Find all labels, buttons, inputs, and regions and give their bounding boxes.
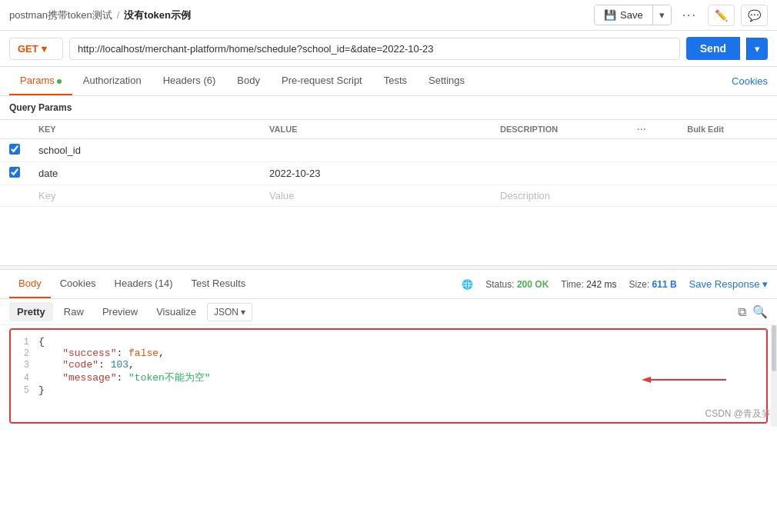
row2-desc[interactable] (491, 162, 628, 185)
response-format-bar: Pretty Raw Preview Visualize JSON ▾ ⧉ 🔍 (0, 299, 777, 325)
search-response-button[interactable]: 🔍 (752, 304, 768, 319)
breadcrumb: postman携带token测试 / 没有token示例 (9, 8, 191, 22)
tab-pre-request-script[interactable]: Pre-request Script (271, 67, 373, 95)
tab-headers[interactable]: Headers (6) (152, 67, 227, 95)
response-tab-headers[interactable]: Headers (14) (105, 270, 182, 298)
fmt-tab-preview[interactable]: Preview (95, 302, 145, 321)
top-bar: postman携带token测试 / 没有token示例 💾 Save ▾ ··… (0, 0, 777, 31)
response-status: 🌐 Status: 200 OK Time: 242 ms Size: 611 … (462, 278, 768, 290)
tab-settings[interactable]: Settings (418, 67, 475, 95)
params-table: KEY VALUE DESCRIPTION ··· Bulk Edit scho… (0, 119, 777, 207)
fmt-tab-visualize[interactable]: Visualize (148, 302, 204, 321)
request-tabs-bar: Params Authorization Headers (6) Body Pr… (0, 67, 777, 96)
save-label: Save (620, 9, 643, 21)
line-num-5: 5 (11, 385, 38, 396)
table-row: date 2022-10-23 (0, 162, 777, 185)
save-button[interactable]: 💾 Save (595, 5, 652, 25)
url-input[interactable] (69, 38, 680, 60)
save-button-group: 💾 Save ▾ (594, 5, 672, 25)
row1-extra (678, 139, 777, 162)
size-label: Size: 611 B (629, 279, 677, 290)
format-chevron-icon: ▾ (241, 307, 245, 318)
row1-more (628, 139, 678, 162)
globe-icon: 🌐 (462, 279, 473, 290)
code-line-1: 1 { (11, 336, 766, 347)
copy-response-button[interactable]: ⧉ (738, 304, 746, 319)
th-check (0, 120, 29, 139)
save-icon: 💾 (604, 9, 616, 21)
save-response-button[interactable]: Save Response ▾ (689, 278, 768, 290)
response-section: Body Cookies Headers (14) Test Results 🌐… (0, 270, 777, 427)
top-bar-actions: 💾 Save ▾ ··· ✏️ 💬 (594, 5, 768, 26)
placeholder-more (628, 185, 678, 207)
row2-key[interactable]: date (29, 162, 260, 185)
tab-cookies[interactable]: Cookies (721, 68, 768, 95)
breadcrumb-parent[interactable]: postman携带token测试 (9, 8, 112, 22)
format-bar-actions: ⧉ 🔍 (738, 304, 768, 319)
response-code: 1 { 2 "success": false, 3 "code": 103, (11, 330, 766, 422)
placeholder-key[interactable]: Key (29, 185, 260, 207)
row1-value[interactable] (260, 139, 491, 162)
url-bar: GET ▾ Send ▾ (0, 31, 777, 67)
th-more: ··· (628, 120, 678, 139)
query-params-label: Query Params (0, 96, 777, 119)
row1-checkbox[interactable] (9, 144, 20, 155)
row1-key[interactable]: school_id (29, 139, 260, 162)
response-tab-test-results[interactable]: Test Results (182, 270, 255, 298)
response-tabs-bar: Body Cookies Headers (14) Test Results 🌐… (0, 270, 777, 299)
row2-checkbox[interactable] (9, 167, 20, 178)
fmt-tab-raw[interactable]: Raw (56, 302, 92, 321)
line-num-1: 1 (11, 337, 38, 347)
tab-tests[interactable]: Tests (373, 67, 418, 95)
scrollbar-track[interactable] (771, 325, 777, 427)
response-tab-body[interactable]: Body (9, 270, 51, 298)
method-label: GET (18, 43, 38, 55)
line-num-3: 3 (11, 360, 38, 371)
line-num-4: 4 (11, 373, 38, 384)
th-desc: DESCRIPTION (491, 120, 628, 139)
edit-icon-button[interactable]: ✏️ (708, 5, 735, 26)
format-select[interactable]: JSON ▾ (207, 303, 252, 321)
more-options-button[interactable]: ··· (678, 7, 702, 24)
time-label: Time: 242 ms (561, 279, 616, 290)
code-success-line: "success": false, (38, 347, 766, 359)
size-value: 611 B (652, 279, 677, 290)
save-dropdown-button[interactable]: ▾ (652, 5, 671, 25)
save-response-chevron: ▾ (762, 278, 768, 290)
th-key: KEY (29, 120, 260, 139)
table-row: school_id (0, 139, 777, 162)
th-bulk-edit[interactable]: Bulk Edit (678, 120, 777, 139)
code-line-4: 4 "message": "token不能为空" (11, 371, 766, 384)
scrollbar-thumb[interactable] (772, 325, 776, 371)
tab-params[interactable]: Params (9, 67, 72, 95)
fmt-tab-pretty[interactable]: Pretty (9, 302, 53, 321)
comment-icon-button[interactable]: 💬 (741, 5, 768, 26)
watermark: CSDN @青及笋 (705, 407, 771, 421)
row1-desc[interactable] (491, 139, 628, 162)
row2-more (628, 162, 678, 185)
response-tabs: Body Cookies Headers (14) Test Results (9, 270, 255, 298)
placeholder-value[interactable]: Value (260, 185, 491, 207)
tab-body[interactable]: Body (226, 67, 271, 95)
response-scroll-area: 1 { 2 "success": false, 3 "code": 103, (0, 325, 777, 427)
row2-value[interactable]: 2022-10-23 (260, 162, 491, 185)
placeholder-desc[interactable]: Description (491, 185, 628, 207)
response-tab-cookies[interactable]: Cookies (51, 270, 105, 298)
line-num-2: 2 (11, 348, 38, 359)
send-button[interactable]: Send (686, 37, 740, 60)
placeholder-extra (678, 185, 777, 207)
send-dropdown-button[interactable]: ▾ (746, 38, 768, 60)
response-code-highlight-box: 1 { 2 "success": false, 3 "code": 103, (9, 328, 768, 424)
method-chevron-icon: ▾ (42, 43, 47, 55)
time-value: 242 ms (586, 279, 616, 290)
arrow-annotation (635, 367, 728, 392)
code-line-2: 2 "success": false, (11, 347, 766, 359)
method-select[interactable]: GET ▾ (9, 38, 63, 60)
row2-extra (678, 162, 777, 185)
th-value: VALUE (260, 120, 491, 139)
status-value: 200 OK (517, 279, 549, 290)
breadcrumb-current: 没有token示例 (124, 8, 191, 22)
params-dot (57, 79, 62, 84)
tab-authorization[interactable]: Authorization (72, 67, 152, 95)
table-row-placeholder: Key Value Description (0, 185, 777, 207)
